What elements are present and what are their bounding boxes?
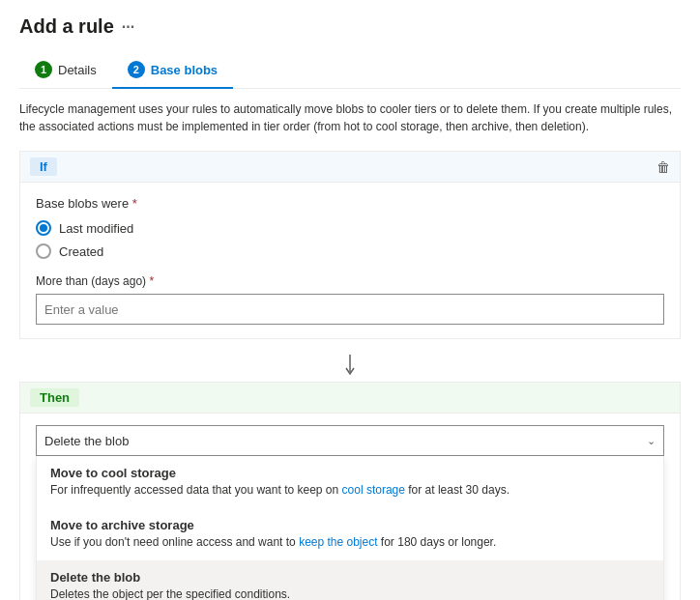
- page-title-container: Add a rule ···: [19, 15, 681, 38]
- ellipsis-button[interactable]: ···: [122, 18, 134, 36]
- dropdown-menu: Move to cool storage For infrequently ac…: [36, 456, 664, 600]
- action-dropdown[interactable]: Delete the blob ⌄: [36, 425, 664, 456]
- radio-created[interactable]: Created: [36, 243, 664, 259]
- if-section: If 🗑 Base blobs were * Last modified Cre…: [19, 151, 681, 339]
- page-description: Lifecycle management uses your rules to …: [19, 100, 681, 135]
- required-indicator: *: [132, 196, 137, 211]
- dropdown-item-move-cool-title: Move to cool storage: [50, 466, 650, 480]
- radio-last-modified[interactable]: Last modified: [36, 220, 664, 236]
- dropdown-item-move-cool[interactable]: Move to cool storage For infrequently ac…: [37, 456, 663, 508]
- base-blobs-label: Base blobs were *: [36, 196, 664, 211]
- dropdown-item-move-archive-desc: Use if you don't need online access and …: [50, 534, 650, 551]
- tab-base-blobs-badge: 2: [128, 61, 145, 78]
- radio-created-label: Created: [59, 244, 103, 259]
- if-label: If: [30, 157, 57, 176]
- then-section-body: Delete the blob ⌄ Move to cool storage F…: [20, 414, 680, 600]
- radio-created-circle: [36, 243, 51, 259]
- tab-base-blobs-label: Base blobs: [151, 63, 218, 77]
- radio-group: Last modified Created: [36, 220, 664, 259]
- tabs-container: 1 Details 2 Base blobs: [19, 53, 681, 89]
- tab-details-label: Details: [58, 63, 97, 77]
- radio-last-modified-circle: [36, 220, 51, 236]
- dropdown-item-move-archive[interactable]: Move to archive storage Use if you don't…: [37, 508, 663, 560]
- dropdown-item-move-archive-title: Move to archive storage: [50, 518, 650, 532]
- dropdown-item-move-cool-desc: For infrequently accessed data that you …: [50, 482, 650, 499]
- delete-if-button[interactable]: 🗑: [656, 159, 670, 175]
- dropdown-item-delete-blob-title: Delete the blob: [50, 570, 650, 585]
- dropdown-selected-text: Delete the blob: [44, 434, 129, 448]
- arrow-connector: [19, 351, 681, 382]
- arrow-down-icon: [344, 355, 356, 378]
- tab-base-blobs[interactable]: 2 Base blobs: [112, 53, 233, 88]
- page-title: Add a rule: [19, 15, 114, 38]
- then-section: Then Delete the blob ⌄ Move to cool stor…: [19, 382, 681, 600]
- tab-details[interactable]: 1 Details: [19, 53, 112, 88]
- chevron-down-icon: ⌄: [647, 435, 656, 447]
- then-section-header: Then: [20, 383, 680, 414]
- dropdown-item-delete-blob[interactable]: Delete the blob Deletes the object per t…: [37, 560, 663, 600]
- radio-last-modified-label: Last modified: [59, 221, 133, 236]
- days-label: More than (days ago) *: [36, 274, 664, 288]
- if-section-body: Base blobs were * Last modified Created …: [20, 183, 680, 338]
- then-label: Then: [30, 388, 79, 407]
- days-required: *: [149, 274, 154, 288]
- if-section-header: If 🗑: [20, 152, 680, 183]
- days-input[interactable]: [36, 294, 664, 325]
- tab-details-badge: 1: [35, 61, 52, 78]
- dropdown-item-delete-blob-desc: Deletes the object per the specified con…: [50, 586, 650, 600]
